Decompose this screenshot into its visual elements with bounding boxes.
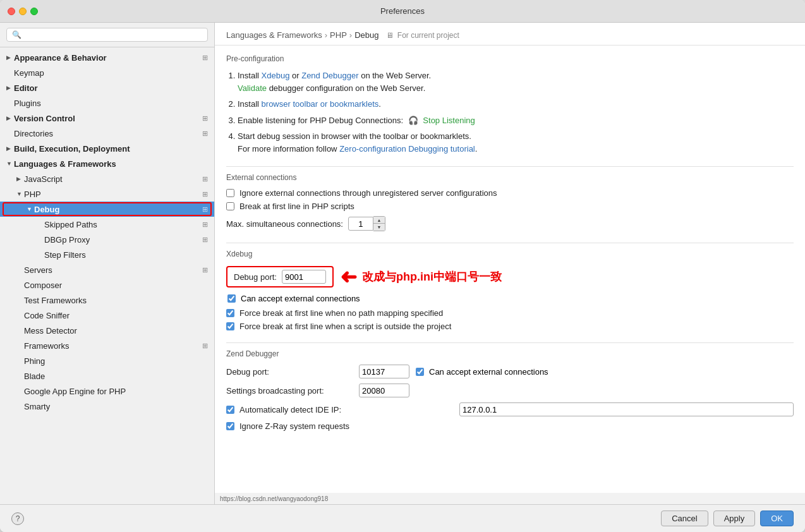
sidebar-item-step-filters[interactable]: Step Filters	[0, 247, 214, 262]
breadcrumb-separator: ›	[325, 30, 327, 40]
debug-port-box: Debug port:	[226, 266, 334, 287]
breadcrumb-separator: ›	[349, 30, 352, 40]
divider-2	[226, 243, 794, 243]
zend-port-label: Debug port:	[226, 367, 353, 377]
pre-config-section: Pre-configuration Install Xdebug or Zend…	[226, 54, 794, 155]
sidebar-item-languages[interactable]: ▼ Languages & Frameworks	[0, 156, 214, 171]
sidebar-item-plugins[interactable]: Plugins	[0, 95, 214, 111]
debug-port-input[interactable]	[282, 270, 326, 284]
force-break2-row: Force break at first line when a script …	[226, 322, 794, 331]
sidebar-item-servers[interactable]: Servers ⊞	[0, 262, 214, 277]
divider-3	[226, 342, 794, 343]
zend-port-input[interactable]	[359, 365, 409, 378]
content-area: Languages & Frameworks › PHP › Debug 🖥 F…	[215, 23, 805, 504]
force-break2-checkbox[interactable]	[226, 322, 234, 330]
sidebar-item-label: Mess Detector	[24, 326, 208, 336]
zend-can-accept-row: Can accept external connections	[416, 367, 548, 377]
zend-can-accept-checkbox[interactable]	[416, 368, 424, 376]
sidebar-item-label: Appearance & Behavior	[14, 53, 202, 63]
ignore-ext-checkbox[interactable]	[226, 189, 234, 197]
auto-detect-label: Automatically detect IDE IP:	[239, 405, 454, 414]
can-accept-checkbox[interactable]	[227, 294, 236, 303]
search-input[interactable]	[24, 30, 202, 39]
sidebar-item-directories[interactable]: Directories ⊞	[0, 126, 214, 141]
sidebar-item-label: Smarty	[24, 402, 208, 411]
close-button[interactable]	[8, 8, 15, 15]
headphone-icon: 🎧	[408, 116, 418, 125]
sidebar-item-appearance[interactable]: ▶ Appearance & Behavior ⊞	[0, 50, 214, 65]
sidebar-item-smarty[interactable]: Smarty	[0, 399, 214, 414]
sidebar-item-label: PHP	[24, 190, 202, 199]
cancel-button[interactable]: Cancel	[661, 511, 708, 526]
maximize-button[interactable]	[30, 8, 38, 15]
expand-icon: ▶	[6, 145, 14, 152]
sidebar-item-version-control[interactable]: ▶ Version Control ⊞	[0, 111, 214, 126]
sidebar-item-php[interactable]: ▼ PHP ⊞	[0, 186, 214, 202]
force-break1-label: Force break at first line when no path m…	[239, 308, 443, 318]
expand-icon: ▶	[16, 176, 24, 182]
break-first-checkbox[interactable]	[226, 202, 234, 210]
sidebar-item-google-app[interactable]: Google App Engine for PHP	[0, 384, 214, 399]
sidebar-item-debug[interactable]: ▼ Debug ⊞	[0, 202, 214, 217]
spin-down-button[interactable]: ▼	[373, 224, 385, 231]
footer-right: Cancel Apply OK	[661, 511, 794, 526]
stop-listening-link[interactable]: Stop Listening	[423, 116, 475, 125]
search-icon: 🔍	[12, 30, 21, 39]
titlebar: Preferences	[0, 0, 805, 23]
search-input-wrapper[interactable]: 🔍	[6, 28, 208, 42]
sidebar-item-composer[interactable]: Composer	[0, 277, 214, 293]
sidebar-item-icon: ⊞	[202, 221, 208, 229]
xdebug-section: Xdebug Debug port: ➜ 改成与php.ini中端口号一致	[226, 250, 794, 331]
spin-up-button[interactable]: ▲	[373, 217, 385, 224]
zend-port-row: Debug port: Can accept external connecti…	[226, 365, 794, 378]
max-conn-input[interactable]	[348, 217, 373, 231]
breadcrumb-part-1[interactable]: Languages & Frameworks	[226, 30, 322, 40]
sidebar-item-phing[interactable]: Phing	[0, 353, 214, 368]
ext-connections-label: External connections	[226, 173, 794, 182]
ignore-ext-label: Ignore external connections through unre…	[239, 188, 497, 198]
sidebar-item-editor[interactable]: ▶ Editor	[0, 80, 214, 95]
step2-suffix: .	[378, 99, 381, 109]
force-break1-row: Force break at first line when no path m…	[226, 308, 794, 318]
footer-left: ?	[11, 512, 24, 525]
apply-button[interactable]: Apply	[713, 511, 756, 526]
expand-icon: ▼	[6, 160, 14, 167]
sidebar-item-blade[interactable]: Blade	[0, 368, 214, 384]
ignore-zray-checkbox[interactable]	[226, 422, 234, 430]
auto-detect-checkbox[interactable]	[226, 406, 234, 414]
sidebar-item-label: Blade	[24, 372, 208, 381]
step3-text: Enable listening for PHP Debug Connectio…	[238, 116, 403, 125]
sidebar-item-label: Languages & Frameworks	[14, 159, 208, 169]
xdebug-link[interactable]: Xdebug	[262, 71, 290, 80]
sidebar-item-frameworks[interactable]: Frameworks ⊞	[0, 338, 214, 353]
zend-can-accept-label: Can accept external connections	[429, 367, 548, 377]
sidebar: 🔍 ▶ Appearance & Behavior ⊞ Keymap	[0, 23, 215, 504]
zend-debugger-link[interactable]: Zend Debugger	[301, 71, 358, 80]
sidebar-item-code-sniffer[interactable]: Code Sniffer	[0, 308, 214, 323]
auto-detect-input[interactable]	[459, 402, 794, 416]
sidebar-item-icon: ⊞	[202, 190, 208, 198]
minimize-button[interactable]	[19, 8, 27, 15]
zend-settings-row: Settings broadcasting port:	[226, 384, 794, 397]
can-accept-row: Can accept external connections	[226, 294, 794, 303]
sidebar-item-skipped-paths[interactable]: Skipped Paths ⊞	[0, 217, 214, 232]
sidebar-item-keymap[interactable]: Keymap	[0, 65, 214, 80]
validate-link[interactable]: Validate	[238, 83, 267, 93]
sidebar-item-build[interactable]: ▶ Build, Execution, Deployment	[0, 141, 214, 156]
browser-link[interactable]: browser toolbar or bookmarklets	[262, 99, 379, 109]
step1-suffix: on the Web Server.	[359, 71, 432, 80]
zend-settings-input[interactable]	[359, 384, 409, 397]
sidebar-item-mess-detector[interactable]: Mess Detector	[0, 323, 214, 338]
sidebar-item-javascript[interactable]: ▶ JavaScript ⊞	[0, 171, 214, 186]
content-header: Languages & Frameworks › PHP › Debug 🖥 F…	[215, 23, 805, 45]
help-button[interactable]: ?	[11, 512, 24, 525]
zero-config-link[interactable]: Zero-configuration Debugging tutorial	[339, 144, 475, 154]
sidebar-item-label: Google App Engine for PHP	[24, 387, 208, 396]
force-break1-checkbox[interactable]	[226, 309, 234, 317]
breadcrumb-part-2[interactable]: PHP	[330, 30, 347, 40]
ok-button[interactable]: OK	[760, 511, 794, 526]
sidebar-item-icon: ⊞	[202, 114, 208, 123]
project-icon: 🖥	[386, 31, 394, 40]
sidebar-item-dbgp-proxy[interactable]: DBGp Proxy ⊞	[0, 232, 214, 247]
sidebar-item-test-frameworks[interactable]: Test Frameworks	[0, 293, 214, 308]
